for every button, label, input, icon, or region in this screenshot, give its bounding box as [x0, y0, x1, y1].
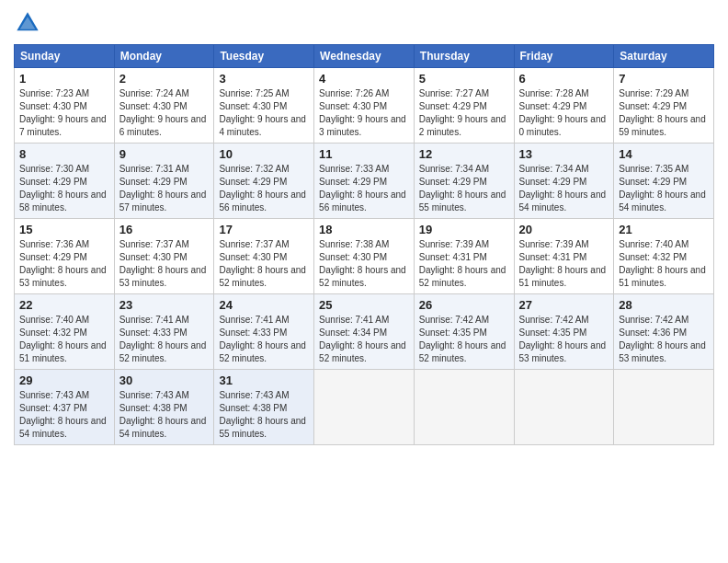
day-number: 2 — [119, 72, 210, 86]
day-info: Sunrise: 7:42 AMSunset: 4:35 PMDaylight:… — [419, 314, 509, 365]
day-number: 16 — [119, 223, 210, 236]
weekday-saturday: Saturday — [614, 45, 714, 68]
day-info: Sunrise: 7:24 AMSunset: 4:30 PMDaylight:… — [119, 87, 210, 139]
day-info: Sunrise: 7:41 AMSunset: 4:34 PMDaylight:… — [319, 314, 409, 365]
day-info: Sunrise: 7:40 AMSunset: 4:32 PMDaylight:… — [619, 238, 709, 290]
calendar-cell: 19Sunrise: 7:39 AMSunset: 4:31 PMDayligh… — [414, 219, 514, 294]
day-info: Sunrise: 7:29 AMSunset: 4:29 PMDaylight:… — [619, 87, 709, 139]
calendar-cell: 22Sunrise: 7:40 AMSunset: 4:32 PMDayligh… — [15, 294, 115, 370]
day-info: Sunrise: 7:32 AMSunset: 4:29 PMDaylight:… — [219, 163, 309, 214]
day-number: 17 — [219, 223, 309, 236]
day-number: 9 — [119, 147, 210, 161]
day-info: Sunrise: 7:31 AMSunset: 4:29 PMDaylight:… — [119, 163, 210, 214]
day-number: 3 — [219, 72, 309, 86]
logo-icon — [14, 9, 41, 37]
day-info: Sunrise: 7:39 AMSunset: 4:31 PMDaylight:… — [419, 238, 509, 290]
day-info: Sunrise: 7:25 AMSunset: 4:30 PMDaylight:… — [219, 87, 309, 139]
day-info: Sunrise: 7:27 AMSunset: 4:29 PMDaylight:… — [419, 87, 509, 139]
week-row-3: 15Sunrise: 7:36 AMSunset: 4:29 PMDayligh… — [15, 219, 714, 294]
day-number: 15 — [19, 223, 109, 236]
calendar-table: SundayMondayTuesdayWednesdayThursdayFrid… — [14, 44, 714, 445]
week-row-4: 22Sunrise: 7:40 AMSunset: 4:32 PMDayligh… — [15, 294, 714, 370]
calendar-cell: 14Sunrise: 7:35 AMSunset: 4:29 PMDayligh… — [614, 144, 714, 219]
day-number: 19 — [419, 223, 509, 236]
weekday-wednesday: Wednesday — [314, 45, 415, 68]
calendar-cell: 25Sunrise: 7:41 AMSunset: 4:34 PMDayligh… — [314, 294, 415, 370]
day-number: 5 — [419, 72, 509, 86]
day-info: Sunrise: 7:41 AMSunset: 4:33 PMDaylight:… — [119, 314, 210, 365]
day-number: 30 — [119, 373, 210, 387]
weekday-sunday: Sunday — [15, 45, 115, 68]
day-number: 10 — [219, 147, 309, 161]
day-info: Sunrise: 7:23 AMSunset: 4:30 PMDaylight:… — [19, 87, 109, 139]
day-info: Sunrise: 7:28 AMSunset: 4:29 PMDaylight:… — [519, 87, 609, 139]
day-number: 20 — [519, 223, 609, 236]
day-info: Sunrise: 7:43 AMSunset: 4:38 PMDaylight:… — [219, 389, 309, 441]
day-number: 1 — [19, 72, 109, 86]
day-info: Sunrise: 7:42 AMSunset: 4:35 PMDaylight:… — [519, 314, 609, 365]
logo — [14, 9, 45, 37]
day-info: Sunrise: 7:36 AMSunset: 4:29 PMDaylight:… — [19, 238, 109, 290]
weekday-friday: Friday — [514, 45, 614, 68]
day-number: 22 — [19, 298, 109, 312]
week-row-1: 1Sunrise: 7:23 AMSunset: 4:30 PMDaylight… — [15, 68, 714, 144]
calendar-cell: 13Sunrise: 7:34 AMSunset: 4:29 PMDayligh… — [514, 144, 614, 219]
calendar-cell: 21Sunrise: 7:40 AMSunset: 4:32 PMDayligh… — [614, 219, 714, 294]
calendar-cell: 5Sunrise: 7:27 AMSunset: 4:29 PMDaylight… — [414, 68, 514, 144]
week-row-2: 8Sunrise: 7:30 AMSunset: 4:29 PMDaylight… — [15, 144, 714, 219]
calendar-cell: 30Sunrise: 7:43 AMSunset: 4:38 PMDayligh… — [114, 370, 214, 445]
day-info: Sunrise: 7:26 AMSunset: 4:30 PMDaylight:… — [319, 87, 409, 139]
calendar-cell: 26Sunrise: 7:42 AMSunset: 4:35 PMDayligh… — [414, 294, 514, 370]
calendar-cell: 6Sunrise: 7:28 AMSunset: 4:29 PMDaylight… — [514, 68, 614, 144]
calendar-cell: 1Sunrise: 7:23 AMSunset: 4:30 PMDaylight… — [15, 68, 115, 144]
header — [14, 9, 714, 37]
day-info: Sunrise: 7:34 AMSunset: 4:29 PMDaylight:… — [519, 163, 609, 214]
day-number: 23 — [119, 298, 210, 312]
day-number: 8 — [19, 147, 109, 161]
calendar-cell: 15Sunrise: 7:36 AMSunset: 4:29 PMDayligh… — [15, 219, 115, 294]
calendar-cell: 11Sunrise: 7:33 AMSunset: 4:29 PMDayligh… — [314, 144, 415, 219]
calendar-cell: 23Sunrise: 7:41 AMSunset: 4:33 PMDayligh… — [114, 294, 214, 370]
calendar-cell: 18Sunrise: 7:38 AMSunset: 4:30 PMDayligh… — [314, 219, 415, 294]
day-number: 4 — [319, 72, 409, 86]
calendar-cell: 20Sunrise: 7:39 AMSunset: 4:31 PMDayligh… — [514, 219, 614, 294]
calendar-cell: 10Sunrise: 7:32 AMSunset: 4:29 PMDayligh… — [214, 144, 314, 219]
day-info: Sunrise: 7:38 AMSunset: 4:30 PMDaylight:… — [319, 238, 409, 290]
day-info: Sunrise: 7:37 AMSunset: 4:30 PMDaylight:… — [119, 238, 210, 290]
calendar-cell: 7Sunrise: 7:29 AMSunset: 4:29 PMDaylight… — [614, 68, 714, 144]
day-number: 14 — [619, 147, 709, 161]
day-info: Sunrise: 7:43 AMSunset: 4:37 PMDaylight:… — [19, 389, 109, 441]
calendar-cell: 12Sunrise: 7:34 AMSunset: 4:29 PMDayligh… — [414, 144, 514, 219]
calendar-cell: 17Sunrise: 7:37 AMSunset: 4:30 PMDayligh… — [214, 219, 314, 294]
calendar-cell: 27Sunrise: 7:42 AMSunset: 4:35 PMDayligh… — [514, 294, 614, 370]
day-info: Sunrise: 7:40 AMSunset: 4:32 PMDaylight:… — [19, 314, 109, 365]
weekday-monday: Monday — [114, 45, 214, 68]
calendar-cell — [314, 370, 415, 445]
calendar-cell: 2Sunrise: 7:24 AMSunset: 4:30 PMDaylight… — [114, 68, 214, 144]
day-info: Sunrise: 7:35 AMSunset: 4:29 PMDaylight:… — [619, 163, 709, 214]
calendar-cell: 28Sunrise: 7:42 AMSunset: 4:36 PMDayligh… — [614, 294, 714, 370]
calendar-cell — [514, 370, 614, 445]
day-info: Sunrise: 7:30 AMSunset: 4:29 PMDaylight:… — [19, 163, 109, 214]
day-number: 7 — [619, 72, 709, 86]
day-info: Sunrise: 7:41 AMSunset: 4:33 PMDaylight:… — [219, 314, 309, 365]
day-number: 6 — [519, 72, 609, 86]
day-info: Sunrise: 7:42 AMSunset: 4:36 PMDaylight:… — [619, 314, 709, 365]
day-number: 27 — [519, 298, 609, 312]
week-row-5: 29Sunrise: 7:43 AMSunset: 4:37 PMDayligh… — [15, 370, 714, 445]
calendar-cell: 3Sunrise: 7:25 AMSunset: 4:30 PMDaylight… — [214, 68, 314, 144]
page-container: SundayMondayTuesdayWednesdayThursdayFrid… — [0, 0, 728, 454]
calendar-cell: 24Sunrise: 7:41 AMSunset: 4:33 PMDayligh… — [214, 294, 314, 370]
day-number: 28 — [619, 298, 709, 312]
day-info: Sunrise: 7:34 AMSunset: 4:29 PMDaylight:… — [419, 163, 509, 214]
calendar-cell: 8Sunrise: 7:30 AMSunset: 4:29 PMDaylight… — [15, 144, 115, 219]
weekday-thursday: Thursday — [414, 45, 514, 68]
calendar-cell — [614, 370, 714, 445]
day-number: 18 — [319, 223, 409, 236]
calendar-cell — [414, 370, 514, 445]
weekday-header-row: SundayMondayTuesdayWednesdayThursdayFrid… — [15, 45, 714, 68]
day-number: 31 — [219, 373, 309, 387]
day-info: Sunrise: 7:37 AMSunset: 4:30 PMDaylight:… — [219, 238, 309, 290]
day-number: 21 — [619, 223, 709, 236]
day-number: 26 — [419, 298, 509, 312]
